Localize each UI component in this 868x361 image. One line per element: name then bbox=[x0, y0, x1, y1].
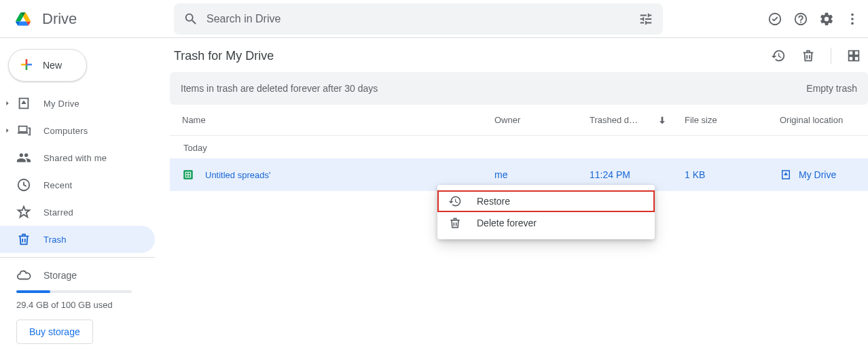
file-name: Untitled spreads' bbox=[205, 170, 270, 180]
sheets-icon bbox=[182, 169, 194, 181]
svg-point-1 bbox=[851, 13, 854, 16]
file-location: My Drive bbox=[799, 169, 836, 180]
sidebar-item-starred[interactable]: Starred bbox=[0, 199, 155, 226]
divider bbox=[831, 48, 831, 64]
arrow-down-icon bbox=[657, 115, 668, 126]
storage-bar bbox=[16, 290, 132, 293]
info-banner: Items in trash are deleted forever after… bbox=[170, 72, 868, 105]
sidebar-item-recent[interactable]: Recent bbox=[0, 171, 155, 199]
file-size: 1 KB bbox=[685, 169, 780, 180]
plus-icon bbox=[18, 56, 35, 75]
chevron-right-icon bbox=[4, 98, 11, 109]
search-icon bbox=[183, 12, 198, 27]
settings-icon[interactable] bbox=[819, 12, 834, 27]
storage-used: 29.4 GB of 100 GB used bbox=[16, 300, 163, 310]
sidebar-label: Computers bbox=[43, 126, 88, 136]
new-button[interactable]: New bbox=[8, 49, 87, 82]
svg-point-2 bbox=[851, 18, 854, 20]
column-headers: Name Owner Trashed d… File size Original… bbox=[170, 105, 868, 136]
star-icon bbox=[16, 205, 31, 220]
trash-icon bbox=[448, 216, 462, 230]
sidebar-label: Recent bbox=[43, 180, 72, 190]
grid-view-icon[interactable] bbox=[846, 48, 861, 63]
sidebar-item-shared[interactable]: Shared with me bbox=[0, 144, 155, 171]
buy-storage-button[interactable]: Buy storage bbox=[16, 320, 93, 344]
col-size[interactable]: File size bbox=[685, 115, 780, 125]
context-menu: Restore Delete forever bbox=[437, 185, 655, 239]
date-group: Today bbox=[170, 136, 868, 158]
file-owner: me bbox=[494, 169, 590, 180]
my-drive-icon bbox=[780, 169, 792, 181]
sidebar-item-trash[interactable]: Trash bbox=[0, 226, 155, 253]
new-label: New bbox=[43, 60, 62, 71]
search-bar[interactable] bbox=[174, 3, 663, 35]
trash-icon bbox=[16, 232, 31, 247]
chevron-right-icon bbox=[4, 125, 11, 136]
sidebar-label: My Drive bbox=[43, 99, 79, 109]
menu-restore[interactable]: Restore bbox=[437, 190, 655, 212]
support-icon[interactable] bbox=[793, 12, 808, 27]
sidebar-item-computers[interactable]: Computers bbox=[0, 117, 155, 144]
col-owner[interactable]: Owner bbox=[494, 115, 590, 125]
computers-icon bbox=[16, 123, 31, 138]
col-trashed[interactable]: Trashed d… bbox=[590, 115, 685, 126]
sidebar-label: Shared with me bbox=[43, 153, 107, 163]
restore-icon bbox=[448, 194, 462, 208]
drive-logo-icon bbox=[10, 5, 37, 33]
cloud-icon bbox=[16, 268, 31, 283]
sidebar-item-my-drive[interactable]: My Drive bbox=[0, 90, 155, 117]
sidebar-label: Trash bbox=[43, 235, 67, 245]
menu-delete-forever[interactable]: Delete forever bbox=[437, 212, 655, 234]
col-location[interactable]: Original location bbox=[780, 115, 868, 125]
my-drive-icon bbox=[16, 96, 31, 111]
recent-icon bbox=[16, 177, 31, 192]
page-title: Trash for My Drive bbox=[170, 49, 274, 63]
offline-ready-icon[interactable] bbox=[767, 12, 782, 27]
svg-point-3 bbox=[851, 22, 854, 24]
delete-forever-icon[interactable] bbox=[801, 48, 816, 63]
search-options-icon[interactable] bbox=[638, 12, 653, 27]
col-name[interactable]: Name bbox=[182, 115, 494, 125]
file-trashed-date: 11:24 PM bbox=[590, 169, 685, 180]
banner-message: Items in trash are deleted forever after… bbox=[181, 83, 378, 94]
empty-trash-button[interactable]: Empty trash bbox=[806, 83, 857, 94]
menu-label: Delete forever bbox=[477, 218, 537, 228]
restore-icon[interactable] bbox=[771, 48, 786, 63]
more-icon[interactable] bbox=[845, 12, 860, 27]
menu-label: Restore bbox=[477, 196, 510, 207]
shared-icon bbox=[16, 150, 31, 165]
app-name: Drive bbox=[42, 10, 77, 28]
divider bbox=[0, 257, 155, 258]
sidebar-label: Storage bbox=[43, 270, 77, 281]
search-input[interactable] bbox=[206, 13, 638, 25]
sidebar-item-storage[interactable]: Storage bbox=[16, 262, 163, 289]
sidebar-label: Starred bbox=[43, 207, 73, 218]
